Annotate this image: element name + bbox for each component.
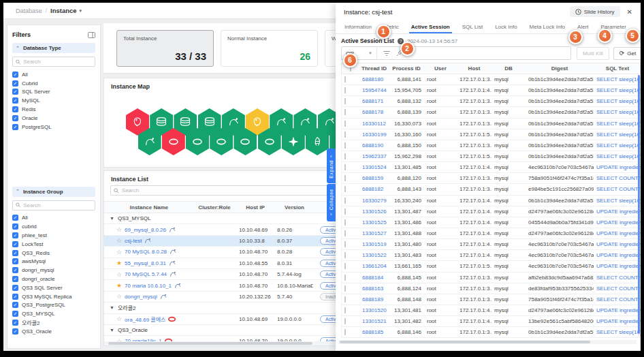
session-horizontal-scrollbar[interactable] [338, 340, 637, 344]
thread-id-cell[interactable]: 6888163 [359, 285, 389, 292]
session-row[interactable]: 68881896,888,148root172.17.0.1:3…mysql75… [341, 294, 641, 305]
row-checkbox[interactable] [344, 76, 346, 82]
instance-name-link[interactable]: 55_mysql_8.0.31 [125, 260, 166, 266]
summary-card[interactable]: Normal Instance26 [221, 30, 318, 67]
session-row[interactable]: 1366120413,661,165root172.17.0.1:5…mysql… [341, 261, 641, 272]
filter-checkbox-item[interactable]: ✓Oracle [12, 114, 95, 123]
row-checkbox[interactable] [344, 318, 346, 324]
thread-id-cell[interactable]: 15962337 [359, 153, 389, 159]
filter-checkbox-item[interactable]: ✓Redis [12, 105, 95, 114]
checkbox-checked-icon[interactable]: ✓ [12, 267, 18, 273]
get-button[interactable]: ⟳ Get [613, 47, 641, 60]
checkbox-checked-icon[interactable]: ✓ [12, 320, 18, 326]
checkbox-checked-icon[interactable]: ✓ [12, 328, 18, 335]
session-filter-input[interactable]: OR ▼ [341, 46, 571, 60]
row-checkbox[interactable] [344, 329, 346, 335]
filter-checkbox-item[interactable]: ✓LockTest [12, 240, 95, 249]
sql-text-cell[interactable]: UPDATE ingredient SET [594, 208, 641, 215]
filter-search[interactable] [12, 57, 95, 67]
favorite-star-icon[interactable]: ☆ [116, 271, 122, 278]
thread-id-cell[interactable]: 13661204 [359, 263, 389, 269]
filter-checkbox-item[interactable]: ✓dongri_oracle [12, 275, 95, 283]
checkbox-checked-icon[interactable]: ✓ [12, 124, 18, 130]
tab-information[interactable]: Information [338, 20, 378, 33]
row-checkbox[interactable] [344, 307, 346, 313]
sql-text-cell[interactable]: SELECT sleep(10) [594, 153, 641, 159]
sql-text-cell[interactable]: SELECT sleep(10) [594, 121, 641, 127]
collapse-panel-tab[interactable]: Collapse › [327, 184, 336, 221]
checkbox-checked-icon[interactable]: ✓ [12, 106, 18, 112]
sql-text-cell[interactable]: UPDATE ingredient SET [594, 263, 641, 269]
thread-id-cell[interactable]: 13301525 [359, 219, 389, 226]
session-row[interactable]: 68881716,888,132root172.17.0.1:3…mysql0b… [341, 96, 641, 107]
session-row[interactable]: 1633011216,330,073root172.17.0.1:3…mysql… [341, 119, 641, 129]
row-checkbox[interactable] [344, 230, 346, 236]
tab-sql-list[interactable]: SQL List [456, 20, 489, 33]
session-row[interactable]: 1633019916,330,160root172.17.0.1:5…mysql… [341, 129, 641, 140]
filter-search-input[interactable] [23, 202, 92, 208]
chevron-down-icon[interactable]: ▼ [110, 216, 114, 221]
sql-text-cell[interactable]: SELECT COUNT(*) FROM [594, 186, 641, 192]
row-checkbox[interactable] [344, 153, 346, 159]
sql-text-cell[interactable]: SELECT sleep(10) [594, 142, 641, 149]
sql-text-cell[interactable]: UPDATE ingredient SET [594, 230, 641, 236]
tab-meta-lock-info[interactable]: Meta Lock Info [524, 20, 571, 33]
filter-checkbox-item[interactable]: ✓dongri_mysql [12, 266, 95, 275]
thread-id-cell[interactable]: 13301526 [359, 208, 389, 215]
filter-funnel-icon[interactable] [383, 50, 390, 57]
filter-checkbox-item[interactable]: ✓QS3_Redis [12, 249, 95, 258]
thread-id-cell[interactable]: 13301527 [359, 230, 389, 236]
sql-text-cell[interactable]: UPDATE ingredient SET [594, 219, 641, 226]
session-row[interactable]: 1330152613,301,487root172.17.0.1:4…mysql… [341, 206, 641, 217]
row-checkbox[interactable] [344, 109, 346, 115]
sql-text-cell[interactable]: SELECT sleep(10) [594, 198, 641, 204]
checkbox-checked-icon[interactable]: ✓ [12, 294, 18, 300]
favorite-star-icon[interactable]: ☆ [116, 226, 122, 233]
sql-text-cell[interactable]: SELECT sleep(10) [594, 98, 641, 104]
row-checkbox[interactable] [344, 285, 346, 292]
row-checkbox[interactable] [344, 175, 346, 181]
thread-id-cell[interactable]: 6888182 [359, 186, 389, 192]
checkbox-checked-icon[interactable]: ✓ [12, 215, 18, 221]
expand-panel-tab[interactable]: ‹ Expand [327, 149, 336, 183]
thread-id-cell[interactable]: 6888184 [359, 275, 389, 281]
favorite-star-icon[interactable]: ☆ [116, 315, 122, 322]
session-row[interactable]: 68881786,888,139root172.17.0.1:3…mysql0b… [341, 107, 641, 118]
thread-id-cell[interactable]: 15954744 [359, 87, 389, 93]
favorite-star-icon[interactable]: ★ [116, 260, 122, 266]
instance-name-link[interactable]: ora_48.69 클에스 [125, 315, 165, 323]
thread-id-cell[interactable]: 13301520 [359, 307, 389, 313]
favorite-star-icon[interactable]: ☆ [116, 237, 122, 244]
thread-id-cell[interactable]: 6888178 [359, 109, 389, 115]
sql-text-cell[interactable]: SELECT sleep(10) [594, 131, 641, 138]
checkbox-checked-icon[interactable]: ✓ [12, 285, 18, 291]
summary-card[interactable]: Total Instance33 / 33 [116, 30, 214, 67]
thread-id-cell[interactable]: 16330112 [359, 121, 389, 127]
row-checkbox[interactable] [344, 263, 346, 269]
filter-search-input[interactable] [23, 59, 92, 65]
sql-text-cell[interactable]: SELECT COUNT(*) FROM [594, 175, 641, 181]
multi-kill-button[interactable]: Multi Kill [577, 47, 609, 60]
tab-active-session[interactable]: Active Session [405, 20, 456, 33]
thread-id-cell[interactable]: 16330199 [359, 131, 389, 138]
instance-name-link[interactable]: 70 maria 10.6.10_1 [125, 283, 172, 289]
row-checkbox[interactable] [344, 186, 346, 192]
session-row[interactable]: 1596233715,962,298root172.17.0.1:5…mysql… [341, 151, 641, 162]
sql-text-cell[interactable]: SELECT sleep(10) [594, 329, 641, 335]
close-icon[interactable]: ✕ [627, 8, 632, 16]
favorite-star-icon[interactable]: ★ [116, 282, 122, 289]
row-checkbox[interactable] [344, 131, 346, 138]
checkbox-checked-icon[interactable]: ✓ [12, 250, 18, 256]
checkbox-checked-icon[interactable]: ✓ [12, 72, 18, 78]
filter-checkbox-item[interactable]: ✓All [12, 70, 95, 79]
favorite-star-icon[interactable]: ☆ [116, 249, 122, 255]
row-checkbox[interactable] [344, 164, 346, 170]
checkbox-checked-icon[interactable]: ✓ [12, 276, 18, 282]
session-row[interactable]: 68881596,888,120root172.17.0.1:3…mysql75… [341, 173, 641, 184]
checkbox-checked-icon[interactable]: ✓ [12, 241, 18, 247]
collapse-sidebar-icon[interactable] [88, 32, 95, 38]
sql-text-cell[interactable]: UPDATE ingredient SET [594, 307, 641, 313]
row-checkbox[interactable] [344, 219, 346, 226]
checkbox-checked-icon[interactable]: ✓ [12, 311, 18, 317]
instance-name-link[interactable]: 70 MySQL 8.0.28 [125, 249, 167, 255]
